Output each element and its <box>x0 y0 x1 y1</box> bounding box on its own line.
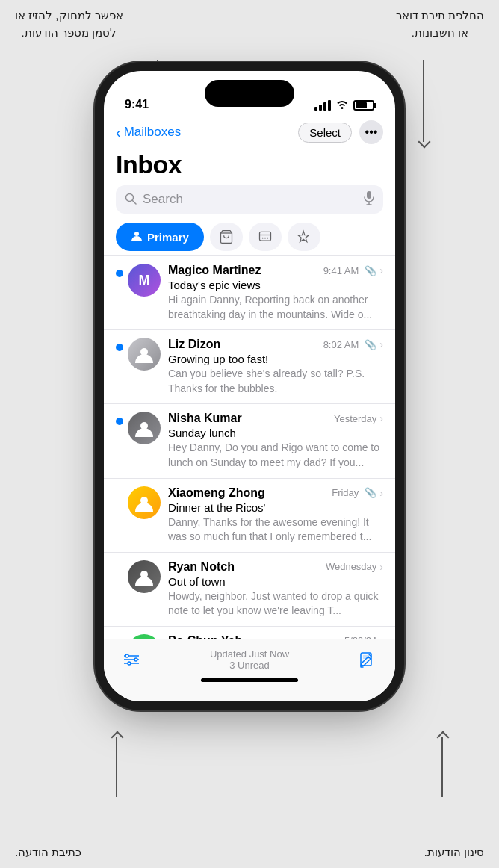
nav-actions: Select ••• <box>298 120 383 144</box>
annotation-bottom-right: כתיבת הודעה. <box>15 844 81 861</box>
svg-rect-7 <box>259 232 270 241</box>
email-subject-2: Sunday lunch <box>168 427 383 439</box>
attachment-icon-1: 📎 <box>365 339 376 350</box>
email-preview-2: Hey Danny, Do you and Rigo want to come … <box>168 441 383 470</box>
category-tabs: Primary <box>104 223 395 251</box>
annotation-top-right: אפשר למחוק, להזיז אולסמן מספר הודעות. <box>15 7 123 41</box>
svg-line-1 <box>133 200 137 204</box>
mic-icon[interactable] <box>364 191 374 208</box>
email-time-4: Wednesday <box>326 561 376 572</box>
dynamic-island <box>205 80 294 107</box>
tab-primary[interactable]: Primary <box>116 223 204 251</box>
avatar-2 <box>128 412 161 444</box>
sender-2: Nisha Kumar <box>168 412 242 425</box>
chevron-right-icon-4: › <box>379 561 383 573</box>
search-placeholder: Search <box>143 192 358 207</box>
svg-point-11 <box>267 238 268 239</box>
compose-button[interactable] <box>355 647 380 672</box>
tab-messages[interactable] <box>249 223 282 251</box>
email-content-0: Magico Martinez 9:41 AM 📎 › Today's epic… <box>168 264 383 322</box>
sender-3: Xiaomeng Zhong <box>168 486 265 500</box>
tab-primary-label: Primary <box>147 231 189 244</box>
unread-dot-0 <box>116 270 123 277</box>
email-subject-4: Out of town <box>168 575 383 588</box>
svg-point-19 <box>134 658 137 661</box>
search-icon <box>125 193 137 207</box>
email-item-1[interactable]: Liz Dizon 8:02 AM 📎 › Growing up too fas… <box>104 330 395 404</box>
svg-point-20 <box>128 662 131 665</box>
chevron-right-icon-2: › <box>379 412 383 424</box>
home-indicator <box>201 678 298 682</box>
screen-content: ‹ Mailboxes Select ••• Inbox Search <box>104 116 395 701</box>
chevron-left-icon: ‹ <box>116 124 121 141</box>
chevron-right-icon-1: › <box>379 338 383 350</box>
avatar-1 <box>128 338 161 371</box>
chevron-right-icon-0: › <box>379 264 383 276</box>
email-content-3: Xiaomeng Zhong Friday 📎 › Dinner at the … <box>168 486 383 545</box>
svg-point-9 <box>262 238 264 239</box>
tab-promotions[interactable] <box>288 223 320 251</box>
email-item-3[interactable]: Xiaomeng Zhong Friday 📎 › Dinner at the … <box>104 479 395 553</box>
email-time-2: Yesterday <box>334 413 376 424</box>
email-meta-0: 9:41 AM 📎 › <box>323 264 383 276</box>
email-meta-1: 8:02 AM 📎 › <box>323 338 383 350</box>
unread-dot-3 <box>116 492 123 500</box>
signal-bars-icon <box>314 100 331 111</box>
phone-frame: 9:41 ‹ Mailboxes Select <box>104 71 395 701</box>
more-button[interactable]: ••• <box>359 120 383 144</box>
email-time-3: Friday <box>332 487 359 498</box>
status-icons <box>314 99 374 111</box>
sender-4: Ryan Notch <box>168 560 235 574</box>
email-list: M Magico Martinez 9:41 AM 📎 › Today's ep… <box>104 256 395 668</box>
wifi-icon <box>335 99 349 111</box>
nav-bar: ‹ Mailboxes Select ••• <box>104 116 395 149</box>
select-button[interactable]: Select <box>298 123 352 143</box>
back-button[interactable]: ‹ Mailboxes <box>116 124 181 141</box>
email-subject-3: Dinner at the Ricos' <box>168 501 383 514</box>
email-subject-0: Today's epic views <box>168 279 383 291</box>
email-item-0[interactable]: M Magico Martinez 9:41 AM 📎 › Today's ep… <box>104 256 395 330</box>
status-info: Updated Just Now 3 Unread <box>210 648 289 671</box>
bottom-status: Updated Just Now 3 Unread <box>104 639 395 672</box>
sender-1: Liz Dizon <box>168 338 220 351</box>
email-preview-4: Howdy, neighbor, Just wanted to drop a q… <box>168 589 383 619</box>
svg-rect-2 <box>367 191 371 199</box>
email-meta-2: Yesterday › <box>334 412 383 424</box>
email-meta-3: Friday 📎 › <box>332 487 383 499</box>
sender-0: Magico Martinez <box>168 264 261 277</box>
battery-icon <box>353 100 374 111</box>
chevron-right-icon-3: › <box>379 487 383 499</box>
svg-point-10 <box>264 238 266 239</box>
email-subject-1: Growing up too fast! <box>168 353 383 365</box>
updated-status: Updated Just Now <box>210 648 289 660</box>
attachment-icon-3: 📎 <box>365 487 376 498</box>
email-item-4[interactable]: Ryan Notch Wednesday › Out of town Howdy… <box>104 553 395 627</box>
email-content-4: Ryan Notch Wednesday › Out of town Howdy… <box>168 560 383 619</box>
back-label: Mailboxes <box>124 125 182 140</box>
email-content-2: Nisha Kumar Yesterday › Sunday lunch Hey… <box>168 412 383 470</box>
unread-dot-1 <box>116 344 123 351</box>
annotation-bottom-left: סינון הודעות. <box>424 844 484 861</box>
email-item-2[interactable]: Nisha Kumar Yesterday › Sunday lunch Hey… <box>104 404 395 478</box>
status-time: 9:41 <box>125 98 149 111</box>
svg-marker-12 <box>298 232 309 242</box>
email-preview-1: Can you believe she's already so tall? P… <box>168 367 383 396</box>
avatar-4 <box>128 560 161 593</box>
unread-dot-2 <box>116 418 123 425</box>
svg-point-5 <box>134 232 139 236</box>
search-bar[interactable]: Search <box>116 185 383 214</box>
annotation-top-left: החלפת תיבת דואראו חשבונות. <box>396 7 484 41</box>
page-title: Inbox <box>104 149 395 185</box>
filter-button[interactable] <box>119 647 144 672</box>
email-content-1: Liz Dizon 8:02 AM 📎 › Growing up too fas… <box>168 338 383 396</box>
svg-point-18 <box>125 654 128 657</box>
avatar-0: M <box>128 264 161 297</box>
email-meta-4: Wednesday › <box>326 561 383 573</box>
email-preview-3: Danny, Thanks for the awesome evening! I… <box>168 515 383 545</box>
avatar-3 <box>128 486 161 519</box>
email-time-0: 9:41 AM <box>323 265 359 276</box>
attachment-icon-0: 📎 <box>365 265 376 276</box>
tab-shopping[interactable] <box>210 223 243 251</box>
person-icon <box>131 230 143 244</box>
unread-dot-4 <box>116 566 123 574</box>
